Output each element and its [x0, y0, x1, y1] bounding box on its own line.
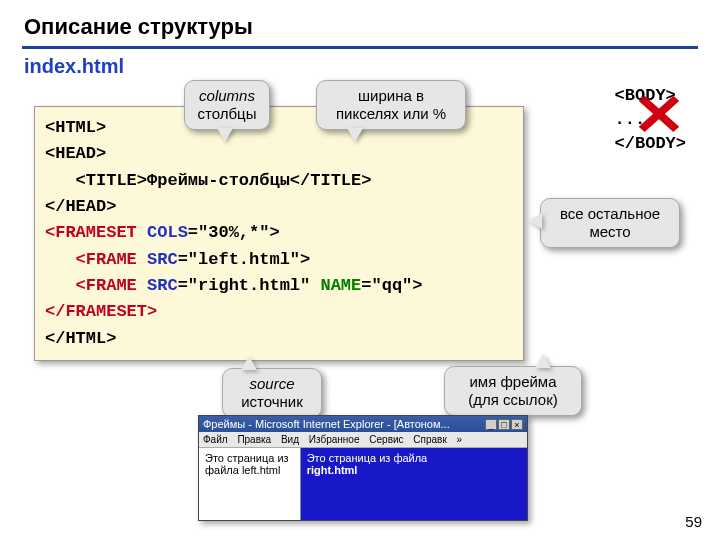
callout-framename: имя фрейма (для ссылок)	[444, 366, 582, 416]
browser-frames: Это страница из файла left.html Это стра…	[199, 448, 527, 520]
callout-text: все остальное место	[560, 205, 660, 240]
callout-tail-icon	[535, 354, 551, 368]
menu-item[interactable]: Файл	[203, 434, 228, 445]
callout-tail-icon	[528, 213, 542, 229]
frame-right-text: Это страница из файла	[307, 452, 428, 464]
browser-title-text: Фреймы - Microsoft Internet Explorer - […	[203, 418, 450, 430]
menu-item[interactable]: Правка	[237, 434, 271, 445]
maximize-icon[interactable]: □	[498, 419, 510, 430]
menu-item[interactable]: Сервис	[369, 434, 403, 445]
body-close: </BODY>	[615, 132, 686, 156]
frame-right: Это страница из файла right.html	[301, 448, 527, 520]
callout-width: ширина в пикселях или %	[316, 80, 466, 130]
frame-left: Это страница из файла left.html	[199, 448, 301, 520]
code-line: <FRAME	[45, 276, 137, 295]
page-number: 59	[685, 513, 702, 530]
callout-tail-icon	[217, 128, 233, 142]
code-line: </HEAD>	[45, 197, 116, 216]
minimize-icon[interactable]: _	[485, 419, 497, 430]
browser-titlebar: Фреймы - Microsoft Internet Explorer - […	[199, 416, 527, 432]
callout-columns: columns столбцы	[184, 80, 270, 130]
callout-text: имя фрейма (для ссылок)	[468, 373, 557, 408]
callout-text: столбцы	[198, 105, 257, 122]
callout-tail-icon	[241, 356, 257, 370]
body-open: <BODY>	[615, 84, 686, 108]
menu-item[interactable]: Вид	[281, 434, 299, 445]
callout-text: ширина в пикселях или %	[336, 87, 446, 122]
body-dots: ...	[615, 108, 686, 132]
code-line: <FRAME	[45, 250, 137, 269]
slide-title: Описание структуры	[0, 0, 720, 46]
close-icon[interactable]: ×	[511, 419, 523, 430]
frame-left-text: Это страница из файла left.html	[205, 452, 289, 476]
browser-window: Фреймы - Microsoft Internet Explorer - […	[198, 415, 528, 521]
code-line: <HEAD>	[45, 144, 106, 163]
menu-chevron-icon[interactable]: »	[457, 434, 463, 445]
browser-menubar: Файл Правка Вид Избранное Сервис Справк …	[199, 432, 527, 448]
title-rule	[22, 46, 698, 49]
code-line: <FRAMESET	[45, 223, 137, 242]
window-controls: _□×	[484, 418, 523, 430]
callout-text: source	[249, 375, 294, 392]
filename-label: index.html	[0, 53, 720, 78]
code-line: </FRAMESET>	[45, 302, 157, 321]
menu-item[interactable]: Избранное	[309, 434, 360, 445]
code-line: </HTML>	[45, 329, 116, 348]
code-line: <HTML>	[45, 118, 106, 137]
callout-text: columns	[199, 87, 255, 104]
menu-item[interactable]: Справк	[413, 434, 446, 445]
code-block: <HTML> <HEAD> <TITLE>Фреймы-столбцы</TIT…	[34, 106, 524, 361]
frame-right-filename: right.html	[307, 464, 358, 476]
callout-tail-icon	[347, 128, 363, 142]
code-line: <TITLE>	[45, 171, 147, 190]
callout-rest: все остальное место	[540, 198, 680, 248]
callout-text: источник	[241, 393, 303, 410]
callout-source: source источник	[222, 368, 322, 418]
body-block: <BODY> ... </BODY>	[615, 84, 686, 155]
